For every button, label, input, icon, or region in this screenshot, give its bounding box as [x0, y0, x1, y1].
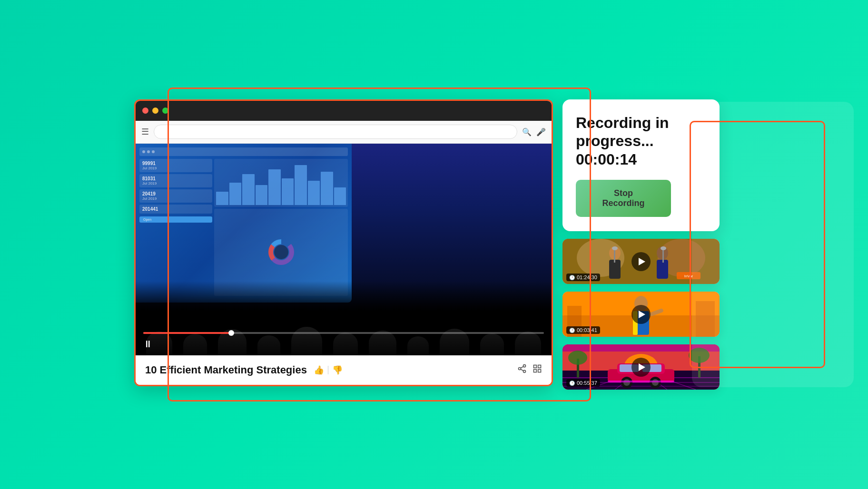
browser-toolbar: ☰ 🔍 🎤	[136, 121, 552, 144]
divider	[328, 366, 328, 374]
svg-point-3	[274, 245, 288, 259]
svg-rect-9	[534, 365, 537, 368]
video-player: 99991 Jul 2019 81031 Jul 2019 20419 Jul …	[136, 144, 552, 355]
svg-point-6	[523, 371, 526, 373]
svg-rect-10	[538, 365, 541, 368]
decorative-background-rect	[692, 102, 854, 387]
microphone-icon[interactable]: 🎤	[536, 127, 546, 137]
toolbar-icons: 🔍 🎤	[522, 127, 546, 137]
progress-bar[interactable]	[143, 332, 544, 334]
progress-fill	[143, 332, 231, 334]
svg-point-5	[519, 368, 521, 370]
recording-timer: 00:00:14	[576, 151, 637, 168]
video-title: 10 Efficient Marketing Strategies	[145, 364, 307, 376]
svg-rect-11	[534, 370, 537, 372]
svg-point-4	[523, 365, 526, 367]
svg-point-54	[568, 351, 587, 365]
dislike-button[interactable]: 👎	[332, 365, 343, 375]
video-controls: ⏸	[136, 323, 552, 355]
browser-titlebar	[136, 101, 552, 121]
thumbnail-3-play[interactable]	[631, 358, 651, 377]
dashboard-overlay: 99991 Jul 2019 81031 Jul 2019 20419 Jul …	[136, 144, 352, 303]
thumbnail-2-duration: 🕐 00:03:41	[566, 326, 600, 334]
clock-icon-3: 🕐	[569, 381, 575, 386]
svg-rect-22	[662, 248, 664, 263]
thumbnail-2-play[interactable]	[631, 305, 651, 324]
close-dot[interactable]	[142, 108, 148, 114]
search-icon[interactable]: 🔍	[522, 127, 532, 137]
thumbnail-3-duration: 🕐 00:55:37	[566, 379, 600, 387]
bar-chart	[214, 159, 348, 207]
video-title-section: 10 Efficient Marketing Strategies 👍 👎	[145, 364, 343, 376]
metric-3: 20419 Jul 2019	[139, 189, 212, 203]
metric-4: 201441	[139, 205, 212, 214]
main-container: ☰ 🔍 🎤	[134, 99, 734, 390]
svg-rect-57	[608, 381, 674, 382]
settings-icon[interactable]	[533, 364, 542, 376]
dashboard-header	[139, 147, 348, 156]
thumbnail-1-duration: 🕐 01:24:30	[566, 274, 600, 281]
recording-status-text: Recording in progress...	[576, 114, 669, 149]
browser-window: ☰ 🔍 🎤	[134, 99, 553, 386]
menu-icon[interactable]: ☰	[141, 127, 149, 137]
video-actions	[517, 364, 542, 376]
maximize-dot[interactable]	[162, 108, 168, 114]
metric-1: 99991 Jul 2019	[139, 159, 212, 172]
minimize-dot[interactable]	[152, 108, 158, 114]
like-dislike-section: 👍 👎	[314, 365, 343, 375]
share-icon[interactable]	[517, 364, 527, 376]
address-bar[interactable]	[154, 125, 517, 139]
video-info-bar: 10 Efficient Marketing Strategies 👍 👎	[136, 355, 552, 385]
stop-recording-button[interactable]: Stop Recording	[576, 180, 671, 217]
svg-line-7	[521, 370, 523, 371]
svg-rect-12	[538, 370, 541, 372]
progress-thumb	[228, 330, 234, 336]
svg-line-8	[521, 367, 523, 368]
open-button[interactable]: Open	[139, 216, 212, 223]
thumbnail-1-play[interactable]	[631, 252, 651, 271]
clock-icon-2: 🕐	[569, 328, 575, 333]
svg-rect-18	[614, 248, 615, 263]
like-button[interactable]: 👍	[314, 365, 324, 375]
svg-point-19	[612, 246, 618, 250]
svg-point-23	[661, 246, 666, 250]
pause-button[interactable]: ⏸	[143, 339, 153, 350]
metric-2: 81031 Jul 2019	[139, 174, 212, 187]
clock-icon-1: 🕐	[569, 275, 575, 280]
recording-status: Recording in progress... 00:00:14	[576, 114, 706, 168]
